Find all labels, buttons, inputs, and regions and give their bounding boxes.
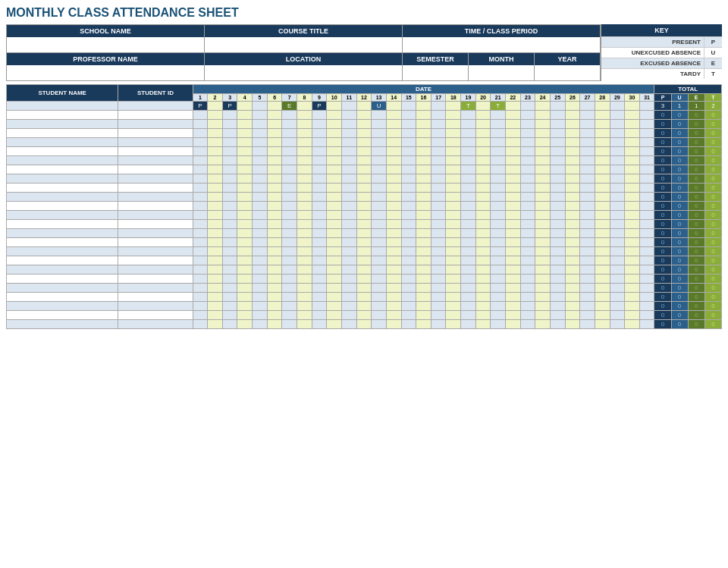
- date-cell-14[interactable]: [386, 202, 401, 211]
- date-cell-22[interactable]: [506, 156, 521, 165]
- date-cell-3[interactable]: [222, 165, 237, 174]
- date-cell-25[interactable]: [550, 102, 565, 111]
- date-cell-24[interactable]: [535, 229, 551, 238]
- date-cell-17[interactable]: [431, 120, 446, 129]
- date-cell-3[interactable]: [222, 211, 237, 220]
- date-cell-28[interactable]: [595, 165, 610, 174]
- date-cell-30[interactable]: [625, 102, 640, 111]
- student-name-cell[interactable]: [7, 174, 118, 184]
- date-cell-2[interactable]: [208, 202, 223, 211]
- date-cell-31[interactable]: [639, 284, 654, 293]
- date-cell-16[interactable]: [416, 138, 431, 147]
- date-cell-16[interactable]: [416, 220, 431, 229]
- date-cell-24[interactable]: [535, 147, 551, 156]
- date-cell-3[interactable]: [222, 220, 237, 229]
- student-id-cell[interactable]: [118, 284, 193, 293]
- date-cell-30[interactable]: [625, 311, 640, 320]
- date-cell-21[interactable]: [491, 265, 506, 275]
- date-cell-18[interactable]: [446, 229, 461, 238]
- date-cell-12[interactable]: [356, 293, 372, 302]
- date-cell-13[interactable]: [372, 220, 387, 229]
- date-cell-30[interactable]: [625, 293, 640, 302]
- date-cell-23[interactable]: [520, 284, 535, 293]
- date-cell-18[interactable]: [446, 120, 461, 129]
- date-cell-23[interactable]: [520, 174, 535, 184]
- date-cell-30[interactable]: [625, 120, 640, 129]
- date-cell-18[interactable]: [446, 129, 461, 138]
- date-cell-28[interactable]: [595, 174, 610, 184]
- date-cell-18[interactable]: [446, 202, 461, 211]
- student-name-cell[interactable]: [7, 138, 118, 147]
- date-cell-1[interactable]: [193, 220, 208, 229]
- date-cell-19[interactable]: [461, 211, 476, 220]
- date-cell-5[interactable]: [253, 211, 268, 220]
- date-cell-1[interactable]: [193, 238, 208, 247]
- date-cell-21[interactable]: [491, 284, 506, 293]
- student-id-cell[interactable]: [118, 120, 193, 129]
- date-cell-6[interactable]: [267, 102, 282, 111]
- date-cell-22[interactable]: [506, 211, 521, 220]
- date-cell-19[interactable]: [461, 138, 476, 147]
- date-cell-3[interactable]: [222, 229, 237, 238]
- date-cell-6[interactable]: [267, 156, 282, 165]
- date-cell-25[interactable]: [550, 129, 565, 138]
- date-cell-31[interactable]: [639, 293, 654, 302]
- date-cell-29[interactable]: [610, 202, 625, 211]
- date-cell-21[interactable]: [491, 147, 506, 156]
- date-cell-31[interactable]: [639, 120, 654, 129]
- date-cell-14[interactable]: [386, 320, 401, 329]
- date-cell-7[interactable]: [282, 256, 297, 265]
- date-cell-5[interactable]: [253, 184, 268, 193]
- date-cell-17[interactable]: [431, 156, 446, 165]
- date-cell-16[interactable]: [416, 129, 431, 138]
- date-cell-24[interactable]: [535, 220, 551, 229]
- date-cell-30[interactable]: [625, 156, 640, 165]
- date-cell-13[interactable]: [372, 320, 387, 329]
- date-cell-13[interactable]: [372, 247, 387, 256]
- date-cell-18[interactable]: [446, 284, 461, 293]
- date-cell-26[interactable]: [565, 165, 580, 174]
- student-id-cell[interactable]: [118, 129, 193, 138]
- student-name-cell[interactable]: [7, 102, 118, 111]
- date-cell-13[interactable]: [372, 229, 387, 238]
- date-cell-8[interactable]: [297, 311, 312, 320]
- date-cell-19[interactable]: [461, 229, 476, 238]
- date-cell-19[interactable]: [461, 147, 476, 156]
- date-cell-15[interactable]: [401, 102, 416, 111]
- date-cell-23[interactable]: [520, 211, 535, 220]
- date-cell-20[interactable]: [475, 256, 491, 265]
- date-cell-10[interactable]: [327, 174, 342, 184]
- date-cell-2[interactable]: [208, 311, 223, 320]
- date-cell-7[interactable]: [282, 165, 297, 174]
- date-cell-28[interactable]: [595, 156, 610, 165]
- date-cell-31[interactable]: [639, 165, 654, 174]
- student-name-cell[interactable]: [7, 220, 118, 229]
- date-cell-10[interactable]: [327, 120, 342, 129]
- student-name-cell[interactable]: [7, 256, 118, 265]
- date-cell-18[interactable]: [446, 302, 461, 311]
- date-cell-22[interactable]: [506, 174, 521, 184]
- date-cell-24[interactable]: [535, 184, 551, 193]
- date-cell-6[interactable]: [267, 211, 282, 220]
- date-cell-20[interactable]: [475, 220, 491, 229]
- date-cell-27[interactable]: [580, 174, 595, 184]
- date-cell-8[interactable]: [297, 265, 312, 275]
- date-cell-23[interactable]: [520, 120, 535, 129]
- date-cell-26[interactable]: [565, 129, 580, 138]
- date-cell-28[interactable]: [595, 147, 610, 156]
- date-cell-8[interactable]: [297, 293, 312, 302]
- date-cell-13[interactable]: [372, 129, 387, 138]
- date-cell-22[interactable]: [506, 102, 521, 111]
- date-cell-21[interactable]: [491, 165, 506, 174]
- student-id-cell[interactable]: [118, 247, 193, 256]
- date-cell-31[interactable]: [639, 229, 654, 238]
- date-cell-30[interactable]: [625, 229, 640, 238]
- date-cell-5[interactable]: [253, 165, 268, 174]
- date-cell-31[interactable]: [639, 102, 654, 111]
- date-cell-14[interactable]: [386, 165, 401, 174]
- date-cell-1[interactable]: [193, 265, 208, 275]
- date-cell-17[interactable]: [431, 111, 446, 120]
- date-cell-4[interactable]: [237, 193, 253, 202]
- date-cell-13[interactable]: [372, 120, 387, 129]
- date-cell-11[interactable]: [341, 256, 356, 265]
